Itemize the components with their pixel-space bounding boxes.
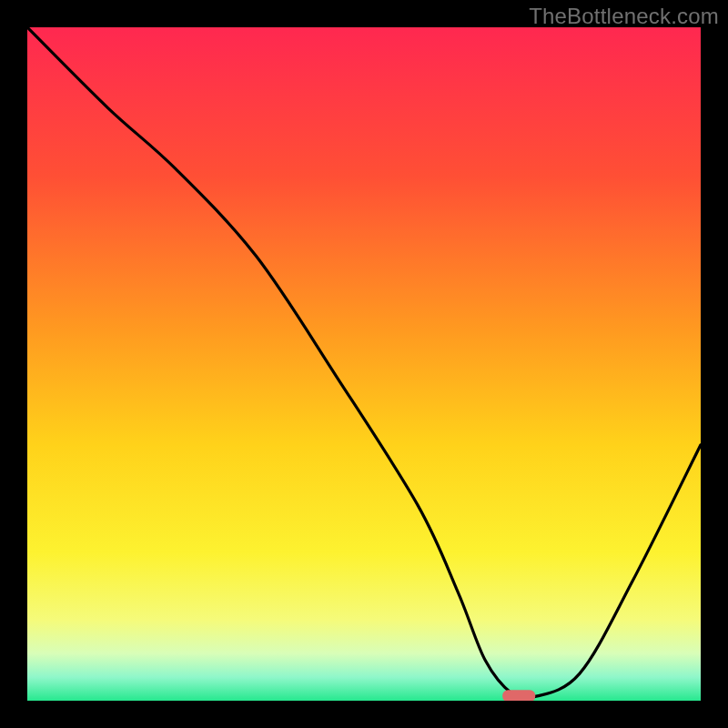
watermark-text: TheBottleneck.com [529,4,719,29]
optimal-marker [502,690,535,701]
chart-svg [27,27,701,701]
chart-plot-area [27,27,701,701]
